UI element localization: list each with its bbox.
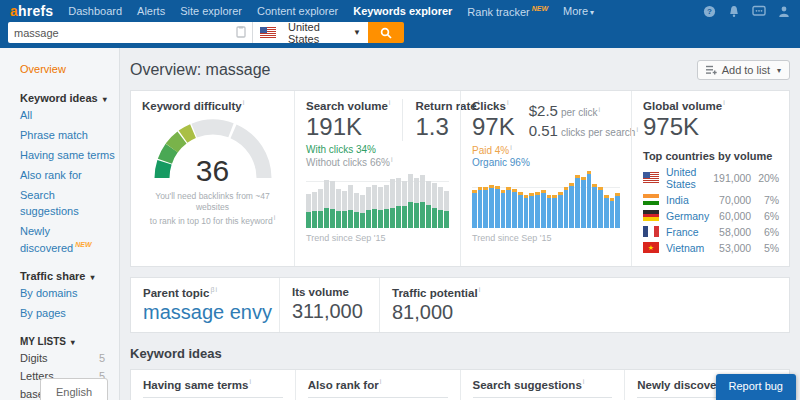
de-flag-icon [643, 210, 659, 221]
its-volume-label: Its volume [292, 286, 367, 298]
column-header-having-same-terms: Having same termsi [143, 378, 283, 399]
top-countries-header: Top countries by volume [643, 150, 779, 162]
in-flag-icon [643, 194, 659, 205]
keyword-difficulty-card: Keyword difficultyi 36 You'll need backl… [131, 91, 294, 266]
country-name[interactable]: United States [666, 166, 709, 190]
country-name[interactable]: Vietnam [666, 242, 709, 254]
chevron-down-icon: ▾ [590, 8, 594, 17]
keyword-ideas-column: Search suggestionsimassage envy311,000ma… [460, 370, 625, 400]
countries-list: United States191,00020%India70,0007%Germ… [643, 166, 779, 254]
country-select[interactable]: United States ▼ [252, 22, 368, 43]
country-name[interactable]: Germany [666, 210, 709, 222]
global-volume-card: Global volumei 975K Top countries by vol… [631, 91, 790, 266]
trend-bar [306, 194, 311, 228]
traffic-potential-label: Traffic potential [392, 287, 478, 299]
sidebar-item-newly-discovered[interactable]: Newly discoveredNEW [0, 222, 119, 259]
sidebar-header-keyword-ideas[interactable]: Keyword ideas ▾ [0, 90, 119, 106]
chevron-down-icon: ▾ [103, 95, 107, 104]
nav-item-rank-tracker[interactable]: Rank trackerNEW [467, 5, 548, 18]
nav-item-keywords-explorer[interactable]: Keywords explorer [353, 5, 452, 18]
difficulty-gauge: 36 [150, 116, 276, 184]
nav-item-content-explorer[interactable]: Content explorer [257, 5, 338, 18]
keyword-ideas-title: Keyword ideas [130, 346, 790, 361]
trend-bar [472, 190, 477, 229]
chevron-down-icon: ▼ [353, 28, 361, 37]
without-clicks-label: Without clicks 66%i [306, 156, 449, 168]
trend-bar [336, 189, 341, 228]
trend-bar [390, 179, 395, 228]
trend-bar [318, 189, 323, 228]
search-query[interactable]: massage [14, 27, 236, 39]
search-volume-value: 191K [306, 113, 390, 141]
trend-bar [575, 175, 580, 229]
trend-bar [558, 192, 563, 228]
nav-item-more[interactable]: More▾ [563, 5, 594, 18]
trend-bar [524, 195, 529, 228]
sidebar-item-by-domains[interactable]: By domains [0, 284, 119, 304]
difficulty-value: 36 [150, 154, 276, 188]
new-badge: NEW [532, 5, 548, 12]
keyword-ideas-column: Having same termsimassage envy311,000mas… [131, 370, 295, 400]
svg-text:?: ? [707, 7, 712, 16]
search-button[interactable] [368, 22, 404, 43]
search-volume-trend-label: Trend since Sep '15 [306, 233, 449, 243]
list-count: 5 [99, 352, 105, 364]
country-row: India70,0007% [643, 194, 779, 206]
sidebar-item-by-pages[interactable]: By pages [0, 304, 119, 324]
country-row: France58,0006% [643, 226, 779, 238]
my-lists-header[interactable]: MY LISTS ▾ [0, 334, 119, 349]
bell-icon[interactable] [728, 5, 740, 18]
its-volume-value: 311,000 [292, 300, 367, 323]
clicks-value: 97K [472, 113, 515, 141]
sidebar-sections: Keyword ideas ▾AllPhrase matchHaving sam… [0, 90, 119, 324]
sidebar-item-phrase-match[interactable]: Phrase match [0, 126, 119, 146]
paste-icon[interactable] [236, 26, 246, 40]
nav-item-dashboard[interactable]: Dashboard [68, 5, 122, 18]
clicks-trend-label: Trend since Sep '15 [472, 233, 620, 243]
trend-bar [569, 183, 574, 228]
sidebar-item-having-same-terms[interactable]: Having same terms [0, 146, 119, 166]
sidebar-item-overview[interactable]: Overview [0, 60, 119, 80]
trend-bar [489, 185, 494, 228]
parent-topic-value[interactable]: massage envy [143, 301, 267, 324]
trend-bar [501, 190, 506, 229]
sidebar: Overview Keyword ideas ▾AllPhrase matchH… [0, 48, 120, 400]
new-badge: NEW [75, 241, 91, 248]
column-header-search-suggestions: Search suggestionsi [473, 378, 613, 399]
nav-item-site-explorer[interactable]: Site explorer [180, 5, 242, 18]
trend-bar [587, 171, 592, 228]
trend-bar [324, 180, 329, 228]
nav-items: DashboardAlertsSite explorerContent expl… [68, 5, 594, 18]
country-name[interactable]: France [666, 226, 709, 238]
country-row: Germany60,0006% [643, 210, 779, 222]
sidebar-item-also-rank-for[interactable]: Also rank for [0, 166, 119, 186]
sidebar-section: Traffic share ▾By domainsBy pages [0, 268, 119, 324]
trend-bar [552, 195, 557, 228]
country-name[interactable]: India [666, 194, 709, 206]
add-to-list-button[interactable]: Add to list ▾ [697, 60, 790, 80]
top-navbar: ahrefs DashboardAlertsSite explorerConte… [0, 0, 800, 22]
chat-icon[interactable] [752, 5, 766, 18]
list-label: Digits [20, 352, 48, 364]
trend-bar [506, 187, 511, 228]
trend-bar [564, 187, 569, 229]
report-bug-button[interactable]: Report bug [716, 374, 796, 400]
ahrefs-logo[interactable]: ahrefs [10, 3, 53, 19]
search-row: massage United States ▼ [0, 22, 800, 48]
user-icon[interactable] [778, 5, 790, 18]
clicks-per-search: 0.51clicks per searchi [529, 122, 638, 139]
sidebar-header-traffic-share[interactable]: Traffic share ▾ [0, 268, 119, 284]
trend-bar [396, 178, 401, 228]
us-flag-icon [260, 27, 276, 38]
trend-bar [402, 181, 407, 228]
keyword-search-input[interactable]: massage [8, 22, 252, 43]
my-list-item[interactable]: Digits5 [0, 349, 119, 367]
trend-bar [384, 185, 389, 228]
language-button[interactable]: English [40, 378, 108, 400]
us-flag-icon [643, 172, 659, 183]
country-row: United States191,00020% [643, 166, 779, 190]
sidebar-item-all[interactable]: All [0, 106, 119, 126]
help-icon[interactable]: ? [703, 5, 716, 18]
sidebar-item-search-suggestions[interactable]: Search suggestions [0, 186, 119, 222]
nav-item-alerts[interactable]: Alerts [137, 5, 165, 18]
